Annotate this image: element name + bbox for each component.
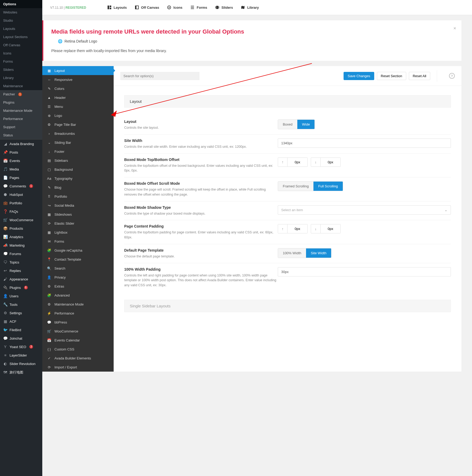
reset-section-button[interactable]: Reset Section <box>377 72 406 80</box>
search-input[interactable] <box>120 72 200 80</box>
panel-nav-google-recaptcha[interactable]: 🧩Google reCaptcha <box>42 246 114 255</box>
sidebar-item-portfolio[interactable]: 💼Portfolio <box>0 199 42 207</box>
sidebar-item-forums[interactable]: 💭Forums <box>0 249 42 258</box>
layout-boxed-option[interactable]: Boxed <box>278 120 297 129</box>
sidebar-item-plugins[interactable]: 🔌Plugins6 <box>0 283 42 292</box>
tab-icons[interactable]: Icons <box>167 5 182 10</box>
panel-nav-background[interactable]: ▢Background <box>42 165 114 174</box>
sidebar-item-旅行地图[interactable]: 🗺旅行地图 <box>0 368 42 377</box>
sidebar-item-marketing[interactable]: 📣Marketing <box>0 241 42 249</box>
save-changes-button[interactable]: Save Changes <box>344 72 374 80</box>
tab-library[interactable]: Library <box>241 5 259 10</box>
panel-nav-privacy[interactable]: 👤Privacy <box>42 273 114 282</box>
sidebar-item-acf[interactable]: ▦ACF <box>0 317 42 326</box>
layout-wide-option[interactable]: Wide <box>297 120 315 129</box>
sidebar-forms[interactable]: Forms <box>0 57 42 66</box>
panel-nav-responsive[interactable]: ↔Responsive <box>42 75 114 84</box>
sidebar-studio[interactable]: Studio <box>0 16 42 25</box>
panel-nav-maintenance-mode[interactable]: ⚙Maintenance Mode <box>42 300 114 309</box>
panel-nav-contact-template[interactable]: 📍Contact Template <box>42 255 114 264</box>
panel-nav-lightbox[interactable]: ▦Lightbox <box>42 228 114 237</box>
panel-nav-woocommerce[interactable]: 🛒WooCommerce <box>42 327 114 336</box>
sidebar-item-appearance[interactable]: 🖌Appearance <box>0 275 42 283</box>
panel-nav-custom-css[interactable]: { }Custom CSS <box>42 345 114 354</box>
sidebar-item-joinchat[interactable]: 💬Joinchat <box>0 334 42 343</box>
sidebar-sliders[interactable]: Sliders <box>0 66 42 74</box>
panel-nav-footer[interactable]: ↓Footer <box>42 147 114 156</box>
sidebar-support[interactable]: Support <box>0 123 42 131</box>
panel-nav-layout[interactable]: ▦Layout <box>42 66 114 75</box>
help-icon[interactable]: ? <box>449 73 455 79</box>
panel-nav-slideshows[interactable]: ▦Slideshows <box>42 210 114 219</box>
sidebar-item-products[interactable]: 📦Products <box>0 224 42 233</box>
sidebar-item-replies[interactable]: ↩Replies <box>0 266 42 275</box>
panel-nav-colors[interactable]: ✎Colors <box>42 84 114 93</box>
sidebar-item-faqs[interactable]: ❓FAQs <box>0 207 42 216</box>
shadow-select[interactable]: Select an item <box>278 205 451 215</box>
full-scrolling-option[interactable]: Full Scrolling <box>313 182 343 191</box>
sidebar-websites[interactable]: Websites <box>0 8 42 16</box>
panel-nav-sliding-bar[interactable]: ⌄Sliding Bar <box>42 138 114 147</box>
width-padding-input[interactable] <box>278 267 451 276</box>
content-padding-top-input[interactable]: ↑ <box>278 224 308 233</box>
tab-layouts[interactable]: Layouts <box>107 5 127 10</box>
sidebar-item-media[interactable]: 🎵Media <box>0 165 42 173</box>
boxed-offset-bottom-input[interactable]: ↓ <box>311 158 341 167</box>
panel-nav-bbpress[interactable]: 💬bbPress <box>42 318 114 327</box>
reset-all-button[interactable]: Reset All <box>409 72 430 80</box>
sidebar-options-heading[interactable]: Options <box>0 0 42 8</box>
100-width-option[interactable]: 100% Width <box>278 248 306 258</box>
sidebar-off-canvas[interactable]: Off Canvas <box>0 41 42 49</box>
alert-close-icon[interactable]: × <box>453 26 456 31</box>
panel-nav-header[interactable]: ▲Header <box>42 93 114 102</box>
panel-nav-events-calendar[interactable]: 📅Events Calendar <box>42 336 114 345</box>
site-width-input[interactable] <box>278 138 451 148</box>
sidebar-item-settings[interactable]: ⚙Settings <box>0 309 42 317</box>
sidebar-item-posts[interactable]: 📌Posts <box>0 148 42 156</box>
sidebar-item-hubspot[interactable]: ⬢HubSpot <box>0 190 42 199</box>
sidebar-item-users[interactable]: 👤Users <box>0 292 42 300</box>
tab-forms[interactable]: Forms <box>190 5 207 10</box>
sidebar-layouts[interactable]: Layouts <box>0 25 42 33</box>
panel-nav-search[interactable]: 🔍Search <box>42 264 114 273</box>
sidebar-item-layerslider[interactable]: ≡LayerSlider <box>0 351 42 359</box>
panel-nav-page-title-bar[interactable]: ⚙Page Title Bar <box>42 120 114 129</box>
sidebar-item-yoast-seo[interactable]: YYoast SEO3 <box>0 343 42 351</box>
sidebar-item-filebird[interactable]: 🐦FileBird <box>0 326 42 334</box>
sidebar-status[interactable]: Status <box>0 131 42 139</box>
panel-nav-portfolio[interactable]: ⠿Portfolio <box>42 192 114 201</box>
boxed-offset-top-input[interactable]: ↑ <box>278 158 308 167</box>
sidebar-item-avada-branding[interactable]: ◢Avada Branding <box>0 139 42 148</box>
sidebar-maintenance[interactable]: Maintenance <box>0 82 42 90</box>
sidebar-item-topics[interactable]: 🗨Topics <box>0 258 42 266</box>
sidebar-library[interactable]: Library <box>0 74 42 82</box>
panel-nav-advanced[interactable]: 🧩Advanced <box>42 291 114 300</box>
site-width-option[interactable]: Site Width <box>306 248 331 258</box>
sidebar-plugins-sub[interactable]: Plugins <box>0 98 42 107</box>
panel-nav-logo[interactable]: ⊕Logo <box>42 111 114 120</box>
panel-nav-blog[interactable]: ✎Blog <box>42 183 114 192</box>
sidebar-patcher[interactable]: Patcher1 <box>0 90 42 98</box>
sidebar-performance[interactable]: Performance <box>0 115 42 123</box>
panel-nav-extras[interactable]: ⚙Extras <box>42 282 114 291</box>
panel-nav-performance[interactable]: ⚡Performance <box>42 309 114 318</box>
panel-nav-elastic-slider[interactable]: ⟳Elastic Slider <box>42 219 114 228</box>
tab-off-canvas[interactable]: Off Canvas <box>135 5 159 10</box>
panel-nav-forms[interactable]: ✉Forms <box>42 237 114 246</box>
sidebar-maintenance-mode[interactable]: Maintenance Mode <box>0 107 42 115</box>
content-padding-bottom-input[interactable]: ↓ <box>311 224 341 233</box>
panel-nav-typography[interactable]: AaTypography <box>42 174 114 183</box>
sidebar-item-comments[interactable]: 💬Comments1 <box>0 182 42 190</box>
sidebar-item-tools[interactable]: 🔧Tools <box>0 300 42 309</box>
sidebar-item-woocommerce[interactable]: 🛒WooCommerce <box>0 216 42 224</box>
panel-nav-breadcrumbs[interactable]: ›Breadcrumbs <box>42 129 114 138</box>
framed-scrolling-option[interactable]: Framed Scrolling <box>278 182 313 191</box>
sidebar-item-analytics[interactable]: 📊Analytics <box>0 233 42 241</box>
sidebar-item-events[interactable]: 📅Events <box>0 156 42 165</box>
panel-nav-social-media[interactable]: ↪Social Media <box>42 201 114 210</box>
sidebar-layout-sections[interactable]: Layout Sections <box>0 33 42 41</box>
panel-nav-sidebars[interactable]: ▤Sidebars <box>42 156 114 165</box>
panel-nav-menu[interactable]: ☰Menu <box>42 102 114 111</box>
sidebar-item-slider-revolution[interactable]: ◐Slider Revolution <box>0 359 42 368</box>
sidebar-item-pages[interactable]: 📄Pages <box>0 173 42 182</box>
